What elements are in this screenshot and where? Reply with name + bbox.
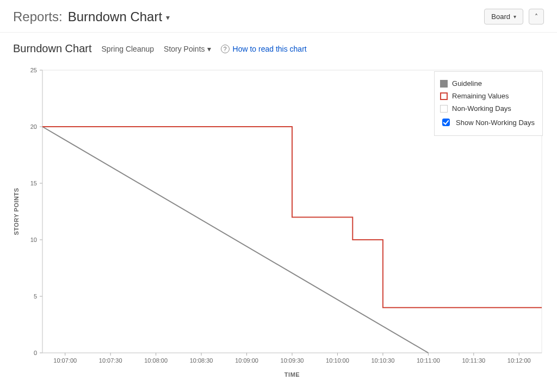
sprint-name: Spring Cleanup <box>102 45 154 53</box>
chevron-down-icon: ▾ <box>166 13 170 22</box>
top-actions: Board ▾ ˄ <box>484 9 544 24</box>
breadcrumb-label: Reports: <box>13 9 63 24</box>
svg-text:0: 0 <box>34 350 37 356</box>
svg-text:10:07:30: 10:07:30 <box>99 357 122 364</box>
svg-text:STORY POINTS: STORY POINTS <box>13 188 20 235</box>
svg-text:10:10:30: 10:10:30 <box>371 357 394 364</box>
chevron-down-icon: ▾ <box>207 45 211 53</box>
legend-label-remaining: Remaining Values <box>452 92 509 100</box>
svg-text:10:07:00: 10:07:00 <box>53 357 77 364</box>
metric-selector-label: Story Points <box>164 45 205 53</box>
legend-label-guideline: Guideline <box>452 79 482 88</box>
svg-text:10:09:30: 10:09:30 <box>281 357 304 364</box>
svg-text:10: 10 <box>30 237 37 243</box>
legend-swatch-guideline <box>440 80 448 88</box>
report-selector[interactable]: Burndown Chart ▾ <box>68 9 170 24</box>
svg-text:TIME: TIME <box>284 371 300 378</box>
board-dropdown[interactable]: Board ▾ <box>484 9 523 24</box>
svg-text:15: 15 <box>30 180 37 186</box>
show-nonworking-checkbox[interactable] <box>442 119 450 126</box>
report-title-text: Burndown Chart <box>68 9 162 24</box>
svg-text:10:08:00: 10:08:00 <box>144 357 168 364</box>
board-dropdown-label: Board <box>491 13 510 21</box>
show-nonworking-label: Show Non-Working Days <box>456 119 535 127</box>
svg-text:10:10:00: 10:10:00 <box>326 357 349 364</box>
chart-legend: Guideline Remaining Values Non-Working D… <box>434 71 543 136</box>
legend-swatch-nonworking <box>440 105 448 113</box>
svg-text:10:09:00: 10:09:00 <box>235 357 258 364</box>
chevron-up-double-icon: ˄ <box>535 14 538 20</box>
chevron-down-icon: ▾ <box>513 14 516 20</box>
svg-text:5: 5 <box>34 293 37 300</box>
svg-text:10:11:00: 10:11:00 <box>417 357 440 364</box>
svg-text:25: 25 <box>30 67 37 73</box>
legend-swatch-remaining <box>440 92 448 100</box>
svg-text:10:08:30: 10:08:30 <box>190 357 213 364</box>
metric-selector[interactable]: Story Points ▾ <box>164 45 211 53</box>
breadcrumb: Reports: Burndown Chart ▾ <box>13 9 170 24</box>
svg-text:10:12:00: 10:12:00 <box>508 357 531 364</box>
collapse-button[interactable]: ˄ <box>529 9 544 24</box>
burndown-chart: 051015202510:07:0010:07:3010:08:0010:08:… <box>10 65 547 380</box>
svg-text:20: 20 <box>30 123 37 130</box>
help-link[interactable]: How to read this chart <box>233 45 307 53</box>
svg-text:10:11:30: 10:11:30 <box>462 357 485 364</box>
page-title: Burndown Chart <box>13 42 92 55</box>
help-icon: ? <box>221 45 230 53</box>
legend-label-nonworking: Non-Working Days <box>452 104 511 113</box>
